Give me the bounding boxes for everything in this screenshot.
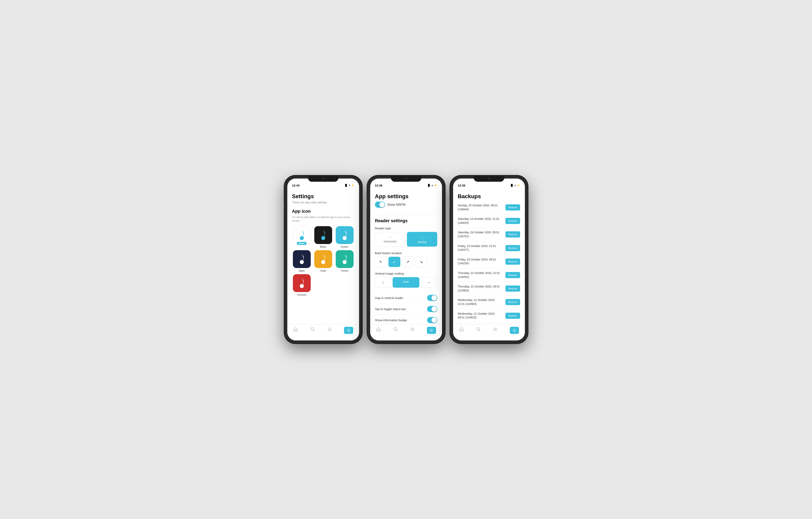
reader-section-title: Reader settings [375,218,437,223]
status-icons-2: ▐▌ ▴ ⚡ [427,184,437,187]
back-btn-label: Back-button location [375,251,437,255]
signal-icon-2: ▐▌ [427,184,431,187]
nsfw-toggle[interactable] [375,201,385,208]
screen-3: 13:36 ▐▌ ▴ ⚡ Backups Sunday, 25 October … [453,179,525,340]
page-title-3: Backups [458,193,520,199]
restore-btn-0[interactable]: Restore [505,204,520,211]
back-btn-topright[interactable]: ↗ [402,257,414,267]
search-icon-3 [476,327,481,332]
svg-point-14 [514,330,515,331]
gap-toggle[interactable] [427,295,437,301]
icon-cell-black: Black [314,226,333,248]
app-icon-gold[interactable] [314,250,332,268]
icons-grid: White Black [292,226,354,296]
scaling-horizontal-btn[interactable]: ↔ [421,277,437,288]
app-icon-forest[interactable] [336,250,353,268]
backup-item-9: Tuesday, 20 October 2020, 21:01(143030) … [458,323,520,324]
scaling-auto-btn[interactable]: Auto [393,277,419,288]
backup-item-6: Thursday, 22 October 2020, 09:01(143903)… [458,282,520,295]
backup-date-5: Thursday, 22 October 2020, 21:01(144255) [458,271,500,279]
app-icon-ocean[interactable] [336,226,353,244]
app-icon-crimson[interactable] [293,274,311,292]
scaling-label: Vertical image scaling [375,272,437,275]
nav-home-2[interactable] [376,327,381,332]
screen-2: 13:36 ▐▌ ▴ ⚡ App settings Show NSFW [370,179,442,340]
icon-cell-crimson: Crimson [292,274,312,296]
nsfw-label: Show NSFW [387,203,406,207]
nav-list-1[interactable] [327,327,332,332]
restore-btn-7[interactable]: Restore [505,299,520,305]
nsfw-toggle-container: Show NSFW [375,201,406,208]
svg-point-9 [431,330,432,331]
nav-home-1[interactable] [293,327,298,332]
flame-gold [319,254,327,265]
list-icon-1 [327,327,332,332]
nsfw-toggle-thumb [379,202,385,207]
badge-toggle[interactable] [427,317,437,323]
restore-btn-6[interactable]: Restore [505,285,520,292]
section-title-1: App icon [292,209,354,214]
nav-search-1[interactable] [310,327,315,332]
nav-list-3[interactable] [493,327,498,332]
backup-date-6: Thursday, 22 October 2020, 09:01(143903) [458,285,500,293]
phone-settings: 12:43 ▐▌ ▾ ⚡ Settings These are app-wide… [285,176,362,343]
wifi-icon-3: ▴ [515,184,516,187]
statusbar-toggle-row: Tap to toggle status bar [375,304,437,315]
restore-btn-8[interactable]: Restore [505,313,520,319]
status-time-3: 13:36 [458,184,465,187]
notch-2 [391,176,422,182]
statusbar-label: Tap to toggle status bar [375,307,406,311]
icon-cell-gold: Gold [314,250,333,272]
vertical-label: Vertical [417,241,427,244]
nav-settings-3[interactable] [510,327,519,334]
restore-btn-1[interactable]: Restore [505,218,520,224]
nav-settings-1[interactable] [344,327,353,334]
camera-3 [488,177,490,180]
status-time-2: 13:36 [375,184,382,187]
wifi-icon-1: ▾ [349,184,350,187]
flame-forest [340,254,349,265]
restore-btn-2[interactable]: Restore [505,231,520,238]
back-btn-topleft[interactable]: ↖ [375,257,387,267]
wifi-icon-2: ▴ [432,184,433,187]
nav-home-3[interactable] [459,327,464,332]
restore-btn-4[interactable]: Restore [505,258,520,265]
settings-icon-3 [510,327,519,334]
flame-white [297,230,306,241]
reader-horizontal-btn[interactable]: ··· Horizontal [375,232,405,247]
icon-cell-forest: Forest [335,250,354,272]
app-icon-black[interactable] [314,226,332,244]
back-btn-bottomright[interactable]: ↘ [415,257,427,267]
battery-icon-2: ⚡ [434,184,437,187]
scaling-vertical-btn[interactable]: ↕ [375,277,391,288]
restore-btn-3[interactable]: Restore [505,245,520,251]
nav-search-2[interactable] [393,327,398,332]
nav-list-2[interactable] [410,327,415,332]
back-btn-bottomleft[interactable]: ↙ [388,257,400,267]
list-icon-2 [410,327,415,332]
horizontal-label: Horizontal [384,240,396,243]
phone-backups: 13:36 ▐▌ ▴ ⚡ Backups Sunday, 25 October … [450,176,528,343]
app-icon-white[interactable]: White [293,226,311,244]
gap-toggle-row: Gap in vertical reader [375,293,437,304]
reader-type-group: ··· Horizontal ⋮ Vertical [375,232,437,247]
screen-content-2: App settings Show NSFW Reader settings R… [370,189,442,324]
battery-icon-1: ⚡ [351,184,354,187]
selected-badge-white: White [297,242,307,245]
backup-item-1: Saturday, 24 October 2020, 21:01(146025)… [458,214,520,228]
icon-cell-white: White [292,226,312,248]
app-icon-night[interactable] [293,250,311,268]
reader-vertical-btn[interactable]: ⋮ Vertical [407,232,437,247]
backup-date-8: Wednesday, 21 October 2020,09:01 (143625… [458,312,495,320]
nav-search-3[interactable] [476,327,481,332]
statusbar-toggle[interactable] [427,306,437,312]
gap-toggle-thumb [432,295,437,301]
nav-settings-2[interactable] [427,327,436,334]
signal-icon-1: ▐▌ [344,184,348,187]
backup-item-3: Friday, 23 October 2020, 21:01(145477) R… [458,241,520,255]
backup-date-2: Saturday, 24 October 2020, 09:01(145751) [458,230,499,238]
notch-3 [474,176,504,182]
icon-label-forest: Forest [341,269,348,272]
screen-content-1: Settings These are app-wide settings. Ap… [287,189,359,324]
restore-btn-5[interactable]: Restore [505,272,520,278]
